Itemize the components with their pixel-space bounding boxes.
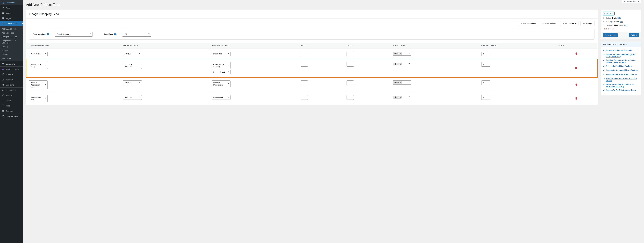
submenu-support[interactable]: Support bbox=[0, 49, 23, 53]
move-to-trash-link[interactable]: Move to Trash bbox=[602, 28, 614, 30]
settings-button[interactable]: Settings bbox=[580, 21, 594, 26]
output-filter-select[interactable]: ×Default bbox=[392, 62, 411, 66]
attr-type-select[interactable]: Attribute bbox=[123, 95, 142, 100]
publish-button[interactable]: Publish bbox=[629, 33, 639, 37]
sidebar-item-products[interactable]: Products bbox=[0, 72, 23, 77]
check-icon bbox=[603, 69, 605, 72]
submenu-google-merchant[interactable]: Google Merchant Settings bbox=[0, 39, 23, 45]
suffix-input[interactable] bbox=[346, 62, 354, 67]
prefix-input[interactable] bbox=[301, 52, 308, 56]
assigned-value-select[interactable]: Product Id bbox=[212, 52, 230, 56]
required-attr-select[interactable]: Product Title [title] bbox=[29, 62, 48, 69]
sidebar-item-woocommerce[interactable]: WooCommerce bbox=[0, 67, 23, 72]
premium-link[interactable]: Access to Dynamic Pricing Feature bbox=[606, 73, 637, 75]
prefix-input[interactable] bbox=[301, 81, 308, 85]
sidebar-collapse[interactable]: Collapse menu bbox=[0, 114, 23, 119]
attr-type-select[interactable]: Combined Attributes bbox=[123, 62, 142, 69]
attr-type-select[interactable]: Attribute bbox=[123, 81, 142, 85]
calendar-icon bbox=[602, 24, 604, 26]
check-icon bbox=[603, 59, 605, 62]
premium-item: Exclude Tax From Structured Data Prices bbox=[603, 77, 639, 82]
sidebar-item-plugins[interactable]: Plugins bbox=[0, 93, 23, 98]
feed-merchant-label: Feed Merchant ? bbox=[33, 33, 49, 35]
suffix-input[interactable] bbox=[346, 81, 354, 85]
col-char: Character Limit bbox=[479, 43, 555, 49]
char-limit-input[interactable] bbox=[481, 62, 490, 67]
sidebar-item-label: Appearance bbox=[6, 89, 16, 91]
premium-link[interactable]: Access to Feed Rule Feature bbox=[606, 65, 632, 67]
char-limit-input[interactable] bbox=[481, 95, 490, 100]
remove-tag-icon[interactable]: × bbox=[394, 96, 395, 98]
delete-row-button[interactable] bbox=[575, 84, 577, 86]
table-row: Product Title [title] Combined Attribute… bbox=[26, 59, 598, 77]
sidebar-item-dashboard[interactable]: Dashboard bbox=[0, 0, 23, 5]
submenu-get-started[interactable]: Get Started bbox=[0, 57, 23, 60]
sidebar-item-appearance[interactable]: Appearance bbox=[0, 88, 23, 93]
suffix-input[interactable] bbox=[346, 52, 354, 56]
required-attr-select[interactable]: Product Description [des bbox=[29, 81, 48, 89]
submenu-license[interactable]: License bbox=[0, 53, 23, 57]
documentation-button[interactable]: Documentation bbox=[518, 21, 538, 26]
edit-publish-link[interactable]: Edit bbox=[624, 24, 628, 26]
sidebar-item-analytics[interactable]: Analytics bbox=[0, 77, 23, 82]
sidebar-item-comments[interactable]: Comments bbox=[0, 61, 23, 67]
pin-icon bbox=[2, 7, 4, 10]
edit-status-link[interactable]: Edit bbox=[618, 17, 620, 19]
assigned-value-select[interactable]: Product Description bbox=[212, 81, 230, 87]
edit-visibility-link[interactable]: Edit bbox=[620, 21, 623, 23]
submenu-add-new[interactable]: Add New Feed bbox=[0, 31, 23, 35]
eye-icon bbox=[602, 21, 604, 23]
attr-type-select[interactable]: Attribute bbox=[123, 52, 142, 56]
required-attr-select[interactable]: Product Id [id] bbox=[29, 52, 48, 56]
publish-box: Save Draft Status: Draft Edit Visibility… bbox=[601, 10, 641, 39]
save-draft-button[interactable]: Save Draft bbox=[602, 12, 614, 16]
prefix-input[interactable] bbox=[301, 62, 308, 67]
help-icon[interactable]: ? bbox=[114, 33, 116, 35]
sidebar-item-users[interactable]: Users bbox=[0, 98, 23, 103]
char-limit-input[interactable] bbox=[481, 52, 490, 56]
premium-link[interactable]: Generate Unlimited Products bbox=[606, 49, 632, 51]
sidebar-item-product-feed[interactable]: Product Feed bbox=[0, 21, 23, 26]
premium-link[interactable]: Detailed Product Attributes (Size, Gende… bbox=[606, 59, 639, 63]
premium-link[interactable]: Fix WooCommerce's (Json-Ld) Structured D… bbox=[606, 83, 639, 88]
submenu-all-feeds[interactable]: All Product Feeds bbox=[0, 27, 23, 31]
sidebar-item-pages[interactable]: Pages bbox=[0, 16, 23, 21]
sidebar-item-label: Pages bbox=[6, 17, 11, 20]
sidebar-item-marketing[interactable]: Marketing bbox=[0, 82, 23, 87]
feed-merchant-select[interactable]: Google Shopping bbox=[55, 32, 93, 37]
feed-type-select[interactable]: XML bbox=[122, 32, 151, 37]
assigned-value-select[interactable]: Please Select bbox=[212, 70, 230, 74]
output-filter-select[interactable]: ×Default bbox=[392, 95, 411, 99]
required-attr-select[interactable]: Product URL [link] bbox=[29, 95, 48, 102]
suffix-input[interactable] bbox=[346, 95, 354, 100]
troubleshoot-button[interactable]: Troubleshoot bbox=[540, 21, 558, 26]
output-filter-select[interactable]: ×Default bbox=[392, 52, 411, 56]
delete-row-button[interactable] bbox=[575, 53, 577, 55]
output-filter-select[interactable]: ×Default bbox=[392, 81, 411, 85]
submenu-settings[interactable]: Settings bbox=[0, 45, 23, 49]
assigned-value-input[interactable]: {title} {width} {height} bbox=[212, 62, 230, 69]
remove-tag-icon[interactable]: × bbox=[394, 53, 395, 55]
delete-row-button[interactable] bbox=[575, 97, 577, 100]
sidebar-item-media[interactable]: Media bbox=[0, 11, 23, 16]
premium-link[interactable]: Access to Combined Fields Feature bbox=[606, 69, 638, 71]
remove-tag-icon[interactable]: × bbox=[394, 82, 395, 84]
submenu-category-mapping[interactable]: Category Mapping bbox=[0, 35, 23, 39]
premium-link[interactable]: Exclude Tax From Structured Data Prices bbox=[606, 77, 639, 82]
premium-link[interactable]: Access To An Elite Support Team. bbox=[606, 89, 636, 91]
sidebar-item-posts[interactable]: Posts bbox=[0, 5, 23, 11]
sidebar-item-tools[interactable]: Tools bbox=[0, 103, 23, 108]
screen-options-toggle[interactable]: Screen Options ▼ bbox=[622, 0, 641, 3]
delete-row-button[interactable] bbox=[575, 67, 577, 69]
premium-link[interactable]: Unique Product Identifiers (Brand, GTIN,… bbox=[606, 53, 639, 58]
char-limit-input[interactable] bbox=[481, 81, 490, 85]
sidebar-item-settings[interactable]: Settings bbox=[0, 108, 23, 114]
assigned-value-select[interactable]: Product URL bbox=[212, 95, 230, 100]
appearance-icon bbox=[2, 89, 4, 92]
product-filter-button[interactable]: Product Filter bbox=[560, 21, 578, 26]
table-row: Product URL [link] Attribute Product URL… bbox=[26, 92, 598, 105]
help-icon[interactable]: ? bbox=[47, 33, 49, 35]
prefix-input[interactable] bbox=[301, 95, 308, 100]
remove-tag-icon[interactable]: × bbox=[394, 63, 395, 65]
purge-cache-button[interactable]: Purge Cache bbox=[602, 33, 618, 37]
